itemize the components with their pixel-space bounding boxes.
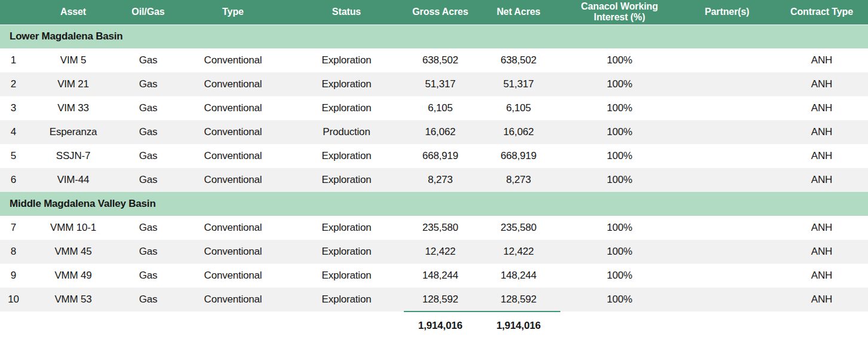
total-empty-cell — [177, 311, 289, 339]
assets-table: Asset Oil/Gas Type Status Gross Acres Ne… — [0, 0, 868, 339]
cell-net-acres: 8,273 — [477, 168, 560, 192]
cell-status: Exploration — [289, 168, 404, 192]
cell-num: 6 — [0, 168, 27, 192]
table-row: 3VIM 33GasConventionalExploration6,1056,… — [0, 96, 868, 120]
cell-working-interest: 100% — [560, 96, 679, 120]
cell-status: Production — [289, 120, 404, 144]
cell-status: Exploration — [289, 288, 404, 311]
cell-oil-gas: Gas — [119, 120, 177, 144]
cell-status: Exploration — [289, 48, 404, 72]
cell-working-interest: 100% — [560, 144, 679, 168]
cell-working-interest: 100% — [560, 168, 679, 192]
cell-net-acres: 638,502 — [477, 48, 560, 72]
cell-num: 7 — [0, 216, 27, 240]
cell-working-interest: 100% — [560, 72, 679, 96]
cell-oil-gas: Gas — [119, 240, 177, 264]
cell-type: Conventional — [177, 168, 289, 192]
cell-working-interest: 100% — [560, 120, 679, 144]
cell-status: Exploration — [289, 216, 404, 240]
total-empty-cell — [679, 311, 775, 339]
cell-partners — [679, 216, 775, 240]
asset-table-page: Asset Oil/Gas Type Status Gross Acres Ne… — [0, 0, 868, 339]
cell-type: Conventional — [177, 48, 289, 72]
cell-gross-acres: 16,062 — [404, 120, 477, 144]
table-body: Lower Magdalena Basin1VIM 5GasConvention… — [0, 25, 868, 339]
cell-partners — [679, 168, 775, 192]
cell-gross-acres: 235,580 — [404, 216, 477, 240]
cell-oil-gas: Gas — [119, 72, 177, 96]
column-header-status: Status — [289, 0, 404, 25]
cell-asset: VMM 45 — [27, 240, 119, 264]
cell-oil-gas: Gas — [119, 216, 177, 240]
cell-gross-acres: 51,317 — [404, 72, 477, 96]
cell-type: Conventional — [177, 72, 289, 96]
column-header-type: Type — [177, 0, 289, 25]
table-row: 5SSJN-7GasConventionalExploration668,919… — [0, 144, 868, 168]
table-row: 7VMM 10-1GasConventionalExploration235,5… — [0, 216, 868, 240]
total-empty-cell — [119, 311, 177, 339]
totals-row: 1,914,0161,914,016 — [0, 311, 868, 339]
table-row: 6VIM-44GasConventionalExploration8,2738,… — [0, 168, 868, 192]
table-row: 4EsperanzaGasConventionalProduction16,06… — [0, 120, 868, 144]
cell-type: Conventional — [177, 216, 289, 240]
cell-num: 4 — [0, 120, 27, 144]
cell-oil-gas: Gas — [119, 264, 177, 288]
section-title: Lower Magdalena Basin — [0, 25, 868, 48]
total-empty-cell — [0, 311, 27, 339]
column-header-contract-type: Contract Type — [775, 0, 868, 25]
table-row: 10VMM 53GasConventionalExploration128,59… — [0, 288, 868, 311]
cell-contract-type: ANH — [775, 216, 868, 240]
cell-partners — [679, 240, 775, 264]
cell-net-acres: 668,919 — [477, 144, 560, 168]
cell-asset: Esperanza — [27, 120, 119, 144]
total-empty-cell — [560, 311, 679, 339]
section-header-row: Lower Magdalena Basin — [0, 25, 868, 48]
cell-status: Exploration — [289, 264, 404, 288]
cell-asset: VMM 49 — [27, 264, 119, 288]
cell-gross-acres: 668,919 — [404, 144, 477, 168]
section-header-row: Middle Magdalena Valley Basin — [0, 192, 868, 216]
cell-num: 10 — [0, 288, 27, 311]
cell-net-acres: 148,244 — [477, 264, 560, 288]
cell-contract-type: ANH — [775, 240, 868, 264]
cell-type: Conventional — [177, 120, 289, 144]
cell-status: Exploration — [289, 72, 404, 96]
cell-oil-gas: Gas — [119, 48, 177, 72]
section-title: Middle Magdalena Valley Basin — [0, 192, 868, 216]
cell-partners — [679, 72, 775, 96]
cell-gross-acres: 8,273 — [404, 168, 477, 192]
cell-num: 2 — [0, 72, 27, 96]
cell-asset: VIM-44 — [27, 168, 119, 192]
cell-oil-gas: Gas — [119, 288, 177, 311]
cell-num: 3 — [0, 96, 27, 120]
column-header-net-acres: Net Acres — [477, 0, 560, 25]
cell-contract-type: ANH — [775, 144, 868, 168]
cell-type: Conventional — [177, 288, 289, 311]
cell-net-acres: 235,580 — [477, 216, 560, 240]
total-empty-cell — [27, 311, 119, 339]
table-row: 1VIM 5GasConventionalExploration638,5026… — [0, 48, 868, 72]
cell-num: 5 — [0, 144, 27, 168]
cell-working-interest: 100% — [560, 288, 679, 311]
column-header-oil-gas: Oil/Gas — [119, 0, 177, 25]
column-header-gross-acres: Gross Acres — [404, 0, 477, 25]
cell-partners — [679, 288, 775, 311]
cell-gross-acres: 12,422 — [404, 240, 477, 264]
cell-net-acres: 128,592 — [477, 288, 560, 311]
total-gross-acres: 1,914,016 — [404, 311, 477, 339]
table-row: 8VMM 45GasConventionalExploration12,4221… — [0, 240, 868, 264]
cell-working-interest: 100% — [560, 216, 679, 240]
cell-oil-gas: Gas — [119, 96, 177, 120]
column-header-working-interest: Canacol Working Interest (%) — [560, 0, 679, 25]
cell-type: Conventional — [177, 240, 289, 264]
header-row: Asset Oil/Gas Type Status Gross Acres Ne… — [0, 0, 868, 25]
cell-working-interest: 100% — [560, 264, 679, 288]
cell-contract-type: ANH — [775, 48, 868, 72]
cell-working-interest: 100% — [560, 48, 679, 72]
cell-contract-type: ANH — [775, 288, 868, 311]
column-header-asset: Asset — [27, 0, 119, 25]
cell-asset: SSJN-7 — [27, 144, 119, 168]
total-empty-cell — [775, 311, 868, 339]
cell-status: Exploration — [289, 96, 404, 120]
column-header-partners: Partner(s) — [679, 0, 775, 25]
